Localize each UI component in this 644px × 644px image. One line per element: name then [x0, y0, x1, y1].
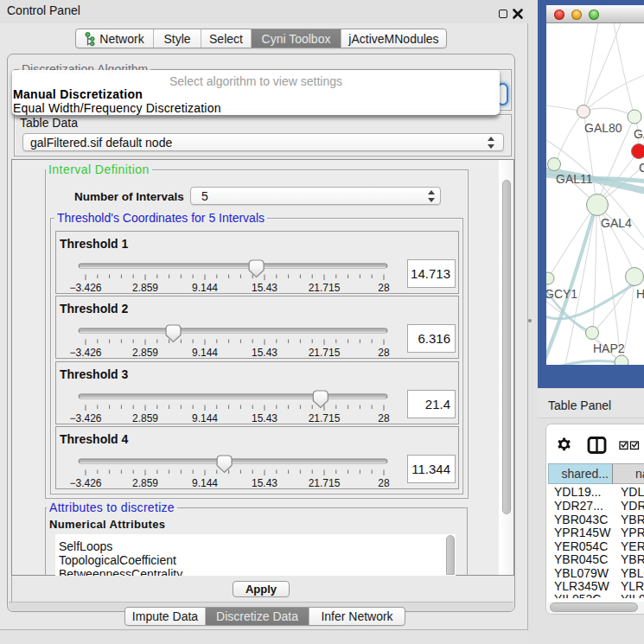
svg-text:21.715: 21.715	[309, 477, 341, 489]
svg-text:−3.426: −3.426	[69, 282, 101, 294]
svg-text:GAL11: GAL11	[556, 172, 593, 186]
svg-text:21.715: 21.715	[309, 412, 341, 424]
svg-text:28: 28	[378, 282, 390, 294]
svg-text:9.144: 9.144	[192, 412, 218, 424]
svg-text:15.43: 15.43	[252, 412, 277, 424]
svg-text:GAL4: GAL4	[601, 216, 632, 230]
svg-text:GAL80: GAL80	[584, 121, 622, 135]
svg-text:9.144: 9.144	[192, 477, 218, 489]
svg-text:28: 28	[378, 347, 390, 359]
svg-text:21.715: 21.715	[309, 282, 341, 294]
svg-text:2.859: 2.859	[132, 412, 158, 424]
svg-text:15.43: 15.43	[252, 282, 277, 294]
svg-text:H: H	[636, 287, 644, 301]
svg-text:28: 28	[378, 412, 390, 424]
svg-text:2.859: 2.859	[132, 347, 158, 359]
svg-text:C: C	[639, 161, 644, 175]
svg-text:21.715: 21.715	[309, 347, 341, 359]
svg-text:15.43: 15.43	[252, 477, 277, 489]
svg-text:−3.426: −3.426	[69, 412, 101, 424]
svg-text:GA: GA	[634, 127, 644, 141]
svg-text:2.859: 2.859	[132, 282, 158, 294]
svg-text:9.144: 9.144	[192, 347, 218, 359]
svg-text:28: 28	[378, 477, 390, 489]
svg-text:−3.426: −3.426	[69, 477, 101, 489]
svg-text:2.859: 2.859	[132, 477, 158, 489]
svg-text:9.144: 9.144	[192, 282, 218, 294]
svg-text:HAP2: HAP2	[593, 341, 625, 355]
svg-text:−3.426: −3.426	[69, 347, 101, 359]
svg-text:GCY1: GCY1	[546, 287, 577, 301]
svg-text:15.43: 15.43	[252, 347, 277, 359]
